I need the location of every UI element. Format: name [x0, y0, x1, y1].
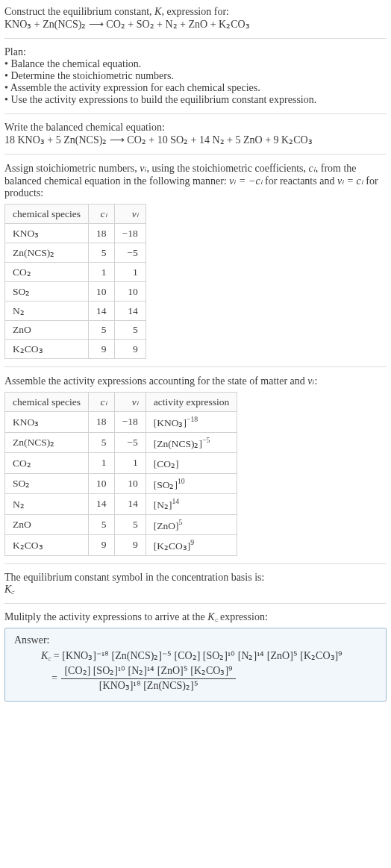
table-row: K₂CO₃99[K₂CO₃]9 — [5, 535, 237, 556]
ae-exp: 9 — [190, 538, 194, 546]
table-row: N₂1414 — [5, 302, 146, 321]
cell-activity: [N₂]14 — [146, 494, 237, 515]
divider — [4, 38, 387, 39]
cell-ci: 1 — [89, 453, 115, 474]
ae-exp: −5 — [202, 436, 210, 444]
cell-ci: 5 — [89, 321, 115, 340]
plan-item-text: Determine the stoichiometric numbers. — [10, 70, 174, 81]
relation: νᵢ = −cᵢ — [229, 175, 262, 187]
answer-box: Answer: K꜀ = [KNO₃]⁻¹⁸ [Zn(NCS)₂]⁻⁵ [CO₂… — [4, 628, 387, 702]
cell-nui: 10 — [114, 473, 146, 494]
fraction-denominator: [KNO₃]¹⁸ [Zn(NCS)₂]⁵ — [61, 679, 236, 693]
plan-item: • Assemble the activity expression for e… — [4, 82, 387, 94]
ae-base: [N₂] — [154, 499, 172, 511]
plan-heading: Plan: — [4, 46, 387, 58]
divider — [4, 154, 387, 154]
cell-activity: [K₂CO₃]9 — [146, 535, 237, 556]
table-row: K₂CO₃99 — [5, 340, 146, 359]
cell-species: SO₂ — [5, 473, 89, 494]
table-row: CO₂11 — [5, 263, 146, 282]
ci-symbol: cᵢ — [309, 163, 316, 174]
answer-eq-line-2: = [CO₂] [SO₂]¹⁰ [N₂]¹⁴ [ZnO]⁵ [K₂CO₃]⁹ [… — [14, 664, 377, 693]
intro-line-1: Construct the equilibrium constant, K, e… — [4, 6, 387, 18]
ae-base: [CO₂] — [154, 458, 179, 469]
stoichiometric-table: chemical species cᵢ νᵢ KNO₃18−18 Zn(NCS)… — [4, 204, 146, 359]
cell-activity: [ZnO]5 — [146, 514, 237, 535]
divider — [4, 366, 387, 367]
cell-nui: −18 — [114, 412, 146, 433]
cell-nui: −18 — [114, 224, 146, 243]
cell-species: ZnO — [5, 321, 89, 340]
multiply-block: Mulitply the activity expressions to arr… — [4, 611, 387, 623]
answer-label: Answer: — [14, 634, 377, 646]
assign-text: Assign stoichiometric numbers, — [4, 163, 140, 174]
cell-species: Zn(NCS)₂ — [5, 243, 89, 263]
table-row: Zn(NCS)₂5−5[Zn(NCS)₂]−5 — [5, 432, 237, 453]
table-row: N₂1414[N₂]14 — [5, 494, 237, 515]
cell-nui: −5 — [114, 243, 146, 263]
col-nui: νᵢ — [114, 204, 146, 224]
ae-exp: 10 — [178, 477, 185, 485]
intro-text-a: Construct the equilibrium constant, — [4, 6, 154, 17]
col-ci: cᵢ — [89, 204, 115, 224]
cell-activity: [SO₂]10 — [146, 473, 237, 494]
activity-table: chemical species cᵢ νᵢ activity expressi… — [4, 392, 237, 556]
cell-species: N₂ — [5, 494, 89, 515]
cell-activity: [CO₂] — [146, 453, 237, 474]
cell-ci: 5 — [89, 243, 115, 263]
k-symbol: K — [154, 6, 161, 17]
cell-nui: 10 — [114, 282, 146, 302]
cell-species: CO₂ — [5, 453, 89, 474]
cell-ci: 10 — [89, 282, 115, 302]
plan-item-text: Assemble the activity expression for eac… — [10, 82, 260, 93]
cell-nui: −5 — [114, 432, 146, 453]
cell-ci: 9 — [89, 340, 115, 359]
cell-species: K₂CO₃ — [5, 535, 89, 556]
table-header-row: chemical species cᵢ νᵢ — [5, 204, 146, 224]
assemble-text: Assemble the activity expressions accoun… — [4, 375, 307, 387]
intro-equation: KNO₃ + Zn(NCS)₂ ⟶ CO₂ + SO₂ + N₂ + ZnO +… — [4, 18, 387, 31]
kc-symbol-text: The equilibrium constant symbol in the c… — [4, 572, 387, 584]
table-header-row: chemical species cᵢ νᵢ activity expressi… — [5, 393, 237, 412]
fraction: [CO₂] [SO₂]¹⁰ [N₂]¹⁴ [ZnO]⁵ [K₂CO₃]⁹ [KN… — [61, 664, 236, 693]
ae-base: [Zn(NCS)₂] — [154, 437, 202, 449]
ae-base: [ZnO] — [154, 519, 179, 531]
assemble-block: Assemble the activity expressions accoun… — [4, 375, 387, 387]
cell-species: SO₂ — [5, 282, 89, 302]
eq-prefix: = — [51, 672, 60, 684]
table-row: KNO₃18−18[KNO₃]−18 — [5, 412, 237, 433]
cell-ci: 5 — [89, 514, 115, 535]
ae-base: [KNO₃] — [154, 417, 187, 428]
table-row: ZnO55[ZnO]5 — [5, 514, 237, 535]
assign-text: for reactants and — [263, 175, 337, 187]
divider — [4, 603, 387, 604]
ae-base: [SO₂] — [154, 478, 178, 490]
intro-text-b: , expression for: — [161, 6, 229, 17]
plan-block: Plan: • Balance the chemical equation. •… — [4, 46, 387, 106]
plan-item-text: Use the activity expressions to build th… — [10, 94, 316, 105]
balanced-heading: Write the balanced chemical equation: — [4, 122, 387, 134]
ae-base: [K₂CO₃] — [154, 540, 191, 552]
multiply-text: Mulitply the activity expressions to arr… — [4, 611, 207, 622]
ae-exp: 5 — [178, 518, 182, 526]
ae-exp: 14 — [172, 497, 179, 505]
table-row: ZnO55 — [5, 321, 146, 340]
cell-ci: 14 — [89, 302, 115, 321]
plan-item: • Determine the stoichiometric numbers. — [4, 70, 387, 82]
answer-eq-line-1: K꜀ = [KNO₃]⁻¹⁸ [Zn(NCS)₂]⁻⁵ [CO₂] [SO₂]¹… — [14, 648, 377, 664]
cell-nui: 5 — [114, 321, 146, 340]
assign-block: Assign stoichiometric numbers, νᵢ, using… — [4, 162, 387, 199]
cell-species: K₂CO₃ — [5, 340, 89, 359]
cell-nui: 9 — [114, 340, 146, 359]
col-species: chemical species — [5, 393, 89, 412]
cell-species: ZnO — [5, 514, 89, 535]
cell-species: KNO₃ — [5, 412, 89, 433]
plan-item: • Balance the chemical equation. — [4, 58, 387, 70]
kc-symbol: K꜀ — [207, 611, 217, 622]
assign-text: , using the stoichiometric coefficients, — [146, 163, 308, 174]
cell-ci: 9 — [89, 535, 115, 556]
cell-activity: [Zn(NCS)₂]−5 — [146, 432, 237, 453]
cell-ci: 18 — [89, 224, 115, 243]
table-row: SO₂1010 — [5, 282, 146, 302]
table-row: SO₂1010[SO₂]10 — [5, 473, 237, 494]
